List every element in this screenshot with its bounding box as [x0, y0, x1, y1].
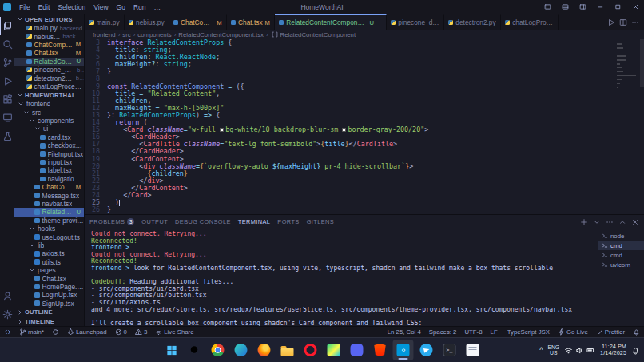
menu-run[interactable]: Run [129, 2, 150, 13]
tab-detectron2-py[interactable]: detectron2.py [444, 14, 501, 30]
menu-selection[interactable]: Selection [54, 2, 89, 13]
code-line[interactable]: 6 maxHeight?: string; [85, 61, 644, 68]
tree-folder-hooks[interactable]: hooks [14, 225, 84, 233]
activitybar-settings[interactable] [0, 305, 14, 324]
tree-file-homepage-tsx[interactable]: HomePage.tsx [14, 283, 84, 291]
open-editor-item-main-py[interactable]: main.pybackend [14, 24, 84, 32]
status-prettier[interactable]: Prettier [592, 327, 629, 337]
taskbar-chrome[interactable] [208, 340, 229, 360]
open-editor-item-nebius-py[interactable]: nebius.pybackend [14, 32, 84, 40]
taskbar-notepad[interactable] [463, 340, 483, 360]
minimap[interactable] [617, 42, 638, 90]
terminal-output[interactable]: Could not connect. Retrying...Reconnecte… [85, 229, 598, 326]
activitybar-explorer[interactable] [0, 17, 14, 35]
tree-file-utils-ts[interactable]: utils.ts [14, 258, 84, 266]
taskbar-brave[interactable] [370, 340, 391, 360]
open-editor-item-relatedcontentcomponent-tsx[interactable]: RelatedContentComponent.tsxU [14, 58, 84, 66]
status-problems-errors[interactable]: 0 [111, 327, 131, 337]
tree-folder-lib[interactable]: lib [14, 241, 84, 249]
tree-file-uselogout-ts[interactable]: useLogout.ts [14, 233, 84, 241]
code-line[interactable]: 7} [85, 68, 644, 75]
taskbar-opera[interactable] [300, 340, 321, 360]
code-line[interactable]: 10 title = "Related Content", [85, 90, 644, 97]
status-launchpad[interactable]: Launchpad [63, 327, 111, 337]
activitybar-source-control[interactable] [0, 54, 14, 72]
taskbar-search[interactable] [185, 340, 205, 360]
open-editors-header[interactable]: OPEN EDITORS [14, 14, 84, 24]
terminal-session-cmd[interactable]: cmd [598, 250, 644, 260]
minimize-button[interactable] [591, 0, 609, 14]
tree-file-loginup-tsx[interactable]: LoginUp.tsx [14, 291, 84, 299]
breadcrumb-item-src[interactable]: src [122, 31, 130, 38]
open-editor-item-chatlogprocessing-py[interactable]: chatLogProcessing.py [14, 82, 84, 90]
code-line[interactable]: 25 ) [85, 199, 644, 206]
taskbar-firefox[interactable] [254, 340, 275, 360]
menu-more[interactable]: … [150, 2, 165, 13]
tree-folder-pages[interactable]: pages [14, 266, 84, 274]
activitybar-remote-explorer[interactable] [0, 109, 14, 127]
status-language-mode[interactable]: TypeScript JSX [502, 327, 554, 337]
tree-folder-components[interactable]: components [14, 117, 84, 125]
outline-header[interactable]: OUTLINE [14, 308, 84, 317]
code-line[interactable]: 24 </Card> [85, 192, 644, 199]
tree-file-message-tsx[interactable]: Message.tsx [14, 191, 84, 199]
notification-center[interactable] [631, 346, 640, 355]
menu-edit[interactable]: Edit [34, 2, 54, 13]
panel-tab-problems[interactable]: PROBLEMS3 [89, 215, 134, 229]
code-line[interactable]: 23 </CardContent> [85, 185, 644, 192]
tab-chatlogprocessing-py[interactable]: chatLogProcessing.py [501, 14, 559, 30]
tab-nebius-py[interactable]: nebius.py [125, 14, 169, 30]
status-sync[interactable] [48, 327, 63, 337]
tray-status-icons[interactable] [564, 346, 595, 355]
close-button[interactable] [626, 0, 644, 14]
open-editor-item-chat-tsx[interactable]: Chat.tsxM [14, 49, 84, 57]
editor-scrollbar[interactable] [640, 39, 644, 87]
timeline-header[interactable]: TIMELINE [14, 317, 84, 326]
breadcrumb-item-components[interactable]: components [137, 31, 171, 38]
input-language[interactable]: ENG US [547, 344, 559, 356]
taskbar-terminal[interactable] [439, 340, 460, 360]
tree-file-theme-provider-tsx[interactable]: theme-provider.tsx [14, 217, 84, 225]
taskbar-start[interactable] [161, 340, 182, 360]
tree-file-checkbox-tsx[interactable]: checkbox.tsx [14, 141, 84, 149]
plus-icon[interactable] [580, 218, 588, 226]
tree-file-navigation-menu-tsx[interactable]: navigation-menu.tsx [14, 175, 84, 183]
menu-go[interactable]: Go [113, 2, 129, 13]
tree-file-axios-ts[interactable]: axios.ts [14, 249, 84, 257]
menu-view[interactable]: View [89, 2, 112, 13]
chev-up-icon[interactable] [618, 218, 626, 226]
split-editor-icon[interactable] [619, 18, 627, 26]
status-live-share[interactable]: Live Share [151, 327, 197, 337]
status-encoding[interactable]: UTF-8 [460, 327, 486, 337]
layout-right-button[interactable] [574, 0, 591, 14]
code-line[interactable]: 21 {children} [85, 170, 644, 177]
tree-folder-src[interactable]: src [14, 109, 84, 117]
tree-folder-ui[interactable]: ui [14, 125, 84, 133]
tab-main-py[interactable]: main.py [85, 14, 125, 30]
tree-file-relatedcontentcomponent-tsx[interactable]: RelatedContentComponent.tsxU [14, 208, 84, 216]
breadcrumb-item-relatedcontentcomponent[interactable]: RelatedContentComponent [271, 30, 356, 38]
terminal-session-cmd[interactable]: cmd [598, 241, 644, 250]
status-notifications[interactable] [629, 327, 644, 337]
layout-sidebar-button[interactable] [539, 0, 556, 14]
taskbar-pycharm[interactable] [324, 340, 344, 360]
breadcrumb-item-relatedcontentcomponent-tsx[interactable]: RelatedContentComponent.tsx [178, 31, 264, 38]
tray-expand-chevron[interactable]: ^ [539, 346, 543, 354]
breadcrumb-item-frontend[interactable]: frontend [93, 31, 116, 38]
close-icon[interactable] [631, 218, 639, 226]
taskbar-file-explorer[interactable] [277, 340, 298, 360]
tree-file-signup-tsx[interactable]: SignUp.tsx [14, 300, 84, 308]
panel-tab-debug-console[interactable]: DEBUG CONSOLE [175, 215, 231, 229]
status-go-live[interactable]: Go Live [554, 327, 592, 337]
activitybar-run-debug[interactable] [0, 72, 14, 90]
code-editor[interactable]: 3interface RelatedContentProps {4 title:… [85, 39, 644, 214]
tray-clock[interactable]: 11:24 PM 1/14/2025 [600, 344, 626, 356]
close-icon[interactable] [18, 58, 24, 64]
activitybar-account[interactable] [0, 287, 14, 305]
status-problems-warnings[interactable]: 3 [131, 327, 151, 337]
open-editor-item-pinecone-db-py[interactable]: pinecone_db.pyb... [14, 66, 84, 74]
tree-file-navbar-tsx[interactable]: navbar.tsx [14, 200, 84, 208]
taskbar-telegram[interactable] [416, 340, 437, 360]
status-indentation[interactable]: Spaces: 2 [425, 327, 461, 337]
taskbar-edge[interactable] [231, 340, 252, 360]
